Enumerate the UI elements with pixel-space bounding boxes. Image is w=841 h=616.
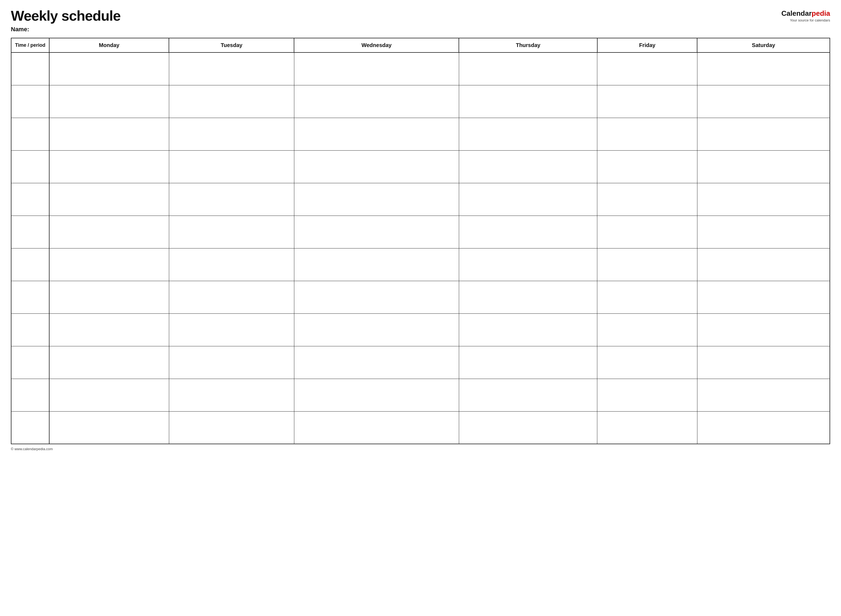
cell-friday	[597, 346, 697, 379]
time-cell	[11, 150, 49, 183]
cell-saturday	[697, 346, 830, 379]
cell-wednesday	[294, 411, 459, 444]
cell-monday	[49, 150, 169, 183]
cell-friday	[597, 411, 697, 444]
footer-url: © www.calendarpedia.com	[11, 447, 53, 451]
cell-monday	[49, 346, 169, 379]
cell-monday	[49, 314, 169, 346]
time-cell	[11, 53, 49, 85]
cell-wednesday	[294, 346, 459, 379]
time-cell	[11, 118, 49, 150]
cell-wednesday	[294, 53, 459, 85]
footer: © www.calendarpedia.com	[11, 447, 830, 451]
time-cell	[11, 281, 49, 314]
cell-monday	[49, 183, 169, 216]
cell-monday	[49, 118, 169, 150]
col-header-saturday: Saturday	[697, 38, 830, 53]
cell-monday	[49, 53, 169, 85]
cell-tuesday	[169, 216, 294, 248]
cell-thursday	[459, 85, 597, 118]
cell-friday	[597, 183, 697, 216]
cell-thursday	[459, 183, 597, 216]
cell-friday	[597, 281, 697, 314]
time-cell	[11, 183, 49, 216]
cell-friday	[597, 248, 697, 281]
time-cell	[11, 85, 49, 118]
col-header-monday: Monday	[49, 38, 169, 53]
cell-saturday	[697, 118, 830, 150]
cell-friday	[597, 379, 697, 411]
table-row	[11, 183, 830, 216]
logo-accent: pedia	[812, 9, 830, 18]
cell-friday	[597, 216, 697, 248]
logo-text: Calendarpedia	[781, 9, 830, 18]
cell-tuesday	[169, 379, 294, 411]
time-cell	[11, 346, 49, 379]
cell-friday	[597, 118, 697, 150]
cell-monday	[49, 85, 169, 118]
table-row	[11, 379, 830, 411]
cell-tuesday	[169, 248, 294, 281]
name-label: Name:	[11, 26, 121, 33]
cell-wednesday	[294, 118, 459, 150]
col-header-wednesday: Wednesday	[294, 38, 459, 53]
cell-tuesday	[169, 53, 294, 85]
title-section: Weekly schedule Name:	[11, 8, 121, 33]
page-title: Weekly schedule	[11, 8, 121, 23]
cell-thursday	[459, 281, 597, 314]
cell-tuesday	[169, 411, 294, 444]
cell-tuesday	[169, 85, 294, 118]
col-header-time: Time / period	[11, 38, 49, 53]
cell-thursday	[459, 150, 597, 183]
cell-tuesday	[169, 346, 294, 379]
cell-wednesday	[294, 379, 459, 411]
cell-monday	[49, 216, 169, 248]
table-row	[11, 118, 830, 150]
col-header-friday: Friday	[597, 38, 697, 53]
table-row	[11, 248, 830, 281]
cell-wednesday	[294, 85, 459, 118]
cell-saturday	[697, 411, 830, 444]
table-row	[11, 346, 830, 379]
cell-friday	[597, 150, 697, 183]
cell-saturday	[697, 183, 830, 216]
schedule-table: Time / period Monday Tuesday Wednesday T…	[11, 38, 830, 444]
time-cell	[11, 379, 49, 411]
table-row	[11, 85, 830, 118]
cell-thursday	[459, 346, 597, 379]
time-cell	[11, 314, 49, 346]
cell-thursday	[459, 216, 597, 248]
col-header-tuesday: Tuesday	[169, 38, 294, 53]
table-row	[11, 281, 830, 314]
cell-thursday	[459, 53, 597, 85]
cell-thursday	[459, 248, 597, 281]
logo-subtitle: Your source for calendars	[790, 18, 830, 22]
cell-thursday	[459, 314, 597, 346]
cell-monday	[49, 248, 169, 281]
cell-saturday	[697, 281, 830, 314]
cell-thursday	[459, 118, 597, 150]
cell-wednesday	[294, 216, 459, 248]
cell-wednesday	[294, 314, 459, 346]
cell-tuesday	[169, 118, 294, 150]
cell-wednesday	[294, 281, 459, 314]
cell-tuesday	[169, 314, 294, 346]
cell-tuesday	[169, 281, 294, 314]
cell-wednesday	[294, 248, 459, 281]
table-row	[11, 53, 830, 85]
col-header-thursday: Thursday	[459, 38, 597, 53]
cell-friday	[597, 53, 697, 85]
cell-saturday	[697, 248, 830, 281]
cell-tuesday	[169, 150, 294, 183]
cell-saturday	[697, 85, 830, 118]
cell-friday	[597, 85, 697, 118]
cell-wednesday	[294, 150, 459, 183]
table-row	[11, 411, 830, 444]
logo-section: Calendarpedia Your source for calendars	[781, 9, 830, 22]
table-row	[11, 150, 830, 183]
cell-monday	[49, 281, 169, 314]
cell-monday	[49, 379, 169, 411]
table-row	[11, 314, 830, 346]
time-cell	[11, 411, 49, 444]
time-cell	[11, 216, 49, 248]
